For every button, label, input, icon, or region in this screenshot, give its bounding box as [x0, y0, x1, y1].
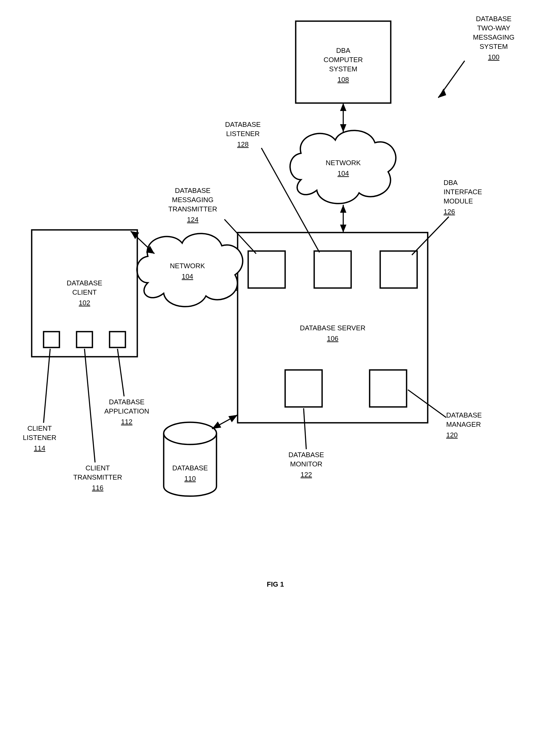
svg-text:CLIENT: CLIENT	[85, 464, 110, 472]
svg-text:COMPUTER: COMPUTER	[324, 56, 363, 64]
svg-text:110: 110	[184, 475, 196, 483]
svg-text:DATABASE: DATABASE	[476, 15, 512, 23]
svg-point-56	[164, 422, 216, 445]
svg-text:114: 114	[34, 444, 45, 452]
svg-marker-16	[340, 225, 347, 233]
svg-text:NETWORK: NETWORK	[326, 159, 361, 167]
db-msg-transmitter-slot	[248, 251, 285, 288]
network-cloud-right: NETWORK 104	[290, 131, 396, 204]
svg-text:120: 120	[446, 431, 458, 439]
database-cylinder: DATABASE 110	[164, 422, 216, 496]
db-manager-label: DATABASE MANAGER 120	[446, 411, 482, 439]
svg-text:CLIENT: CLIENT	[72, 288, 97, 296]
svg-text:128: 128	[237, 140, 248, 148]
svg-text:DATABASE SERVER: DATABASE SERVER	[300, 324, 366, 332]
client-transmitter-label: CLIENT TRANSMITTER 116	[73, 464, 122, 492]
title-label: DATABASE TWO-WAY MESSAGING SYSTEM 100	[473, 15, 514, 61]
db-monitor-slot	[285, 370, 322, 407]
svg-text:MODULE: MODULE	[444, 197, 473, 205]
svg-text:MESSAGING: MESSAGING	[172, 196, 213, 204]
svg-text:DATABASE: DATABASE	[446, 411, 482, 419]
svg-text:INTERFACE: INTERFACE	[444, 188, 482, 196]
diagram-canvas: DATABASE TWO-WAY MESSAGING SYSTEM 100 DB…	[0, 0, 551, 756]
svg-text:APPLICATION: APPLICATION	[104, 407, 149, 415]
svg-text:DBA: DBA	[444, 179, 458, 187]
figure-caption: FIG 1	[266, 580, 284, 588]
db-application-label: DATABASE APPLICATION 112	[104, 398, 149, 426]
svg-text:SYSTEM: SYSTEM	[329, 65, 358, 73]
svg-text:DATABASE: DATABASE	[109, 398, 145, 406]
svg-text:DATABASE: DATABASE	[172, 464, 208, 472]
svg-marker-5	[438, 88, 446, 98]
svg-text:LISTENER: LISTENER	[226, 130, 259, 138]
svg-text:DATABASE: DATABASE	[225, 120, 261, 129]
db-monitor-label: DATABASE MONITOR 122	[289, 451, 324, 479]
svg-text:122: 122	[301, 471, 312, 479]
svg-text:DATABASE: DATABASE	[67, 279, 102, 287]
svg-text:DATABASE: DATABASE	[289, 451, 324, 459]
svg-text:104: 104	[182, 272, 193, 280]
svg-text:124: 124	[187, 216, 198, 224]
client-listener-label: CLIENT LISTENER 114	[23, 424, 56, 452]
db-listener-label: DATABASE LISTENER 128	[225, 120, 261, 148]
svg-text:102: 102	[79, 299, 90, 307]
svg-text:DATABASE: DATABASE	[175, 187, 211, 195]
svg-text:112: 112	[121, 418, 132, 426]
svg-text:104: 104	[338, 169, 349, 177]
svg-text:TRANSMITTER: TRANSMITTER	[73, 473, 122, 481]
svg-marker-60	[228, 415, 237, 422]
network-cloud-left: NETWORK 104	[137, 234, 243, 307]
svg-text:108: 108	[338, 75, 349, 83]
svg-text:SYSTEM: SYSTEM	[480, 42, 508, 50]
db-manager-slot	[370, 370, 407, 407]
svg-text:116: 116	[92, 484, 103, 492]
svg-text:100: 100	[488, 53, 499, 61]
svg-text:MESSAGING: MESSAGING	[473, 33, 514, 41]
svg-text:126: 126	[444, 208, 455, 216]
svg-marker-15	[340, 205, 347, 213]
dba-interface-slot	[380, 251, 417, 288]
client-transmitter-slot	[77, 332, 92, 347]
svg-marker-12	[340, 124, 347, 132]
db-msg-transmitter-label: DATABASE MESSAGING TRANSMITTER 124	[168, 187, 217, 224]
dba-computer-system-box: DBA COMPUTER SYSTEM 108	[296, 21, 391, 103]
svg-text:LISTENER: LISTENER	[23, 434, 56, 442]
svg-text:MANAGER: MANAGER	[446, 421, 481, 428]
dba-interface-label: DBA INTERFACE MODULE 126	[444, 179, 482, 216]
database-server-box: DATABASE SERVER 106	[237, 233, 428, 423]
svg-text:TWO-WAY: TWO-WAY	[477, 24, 510, 32]
svg-text:106: 106	[327, 334, 338, 342]
svg-text:DBA: DBA	[336, 46, 350, 54]
svg-text:NETWORK: NETWORK	[170, 262, 205, 270]
svg-text:MONITOR: MONITOR	[290, 460, 323, 468]
svg-marker-59	[212, 422, 221, 429]
svg-marker-11	[340, 103, 347, 111]
db-listener-slot	[314, 251, 351, 288]
database-client-box: DATABASE CLIENT 102	[32, 230, 137, 357]
svg-text:TRANSMITTER: TRANSMITTER	[168, 205, 217, 213]
client-listener-slot	[44, 332, 59, 347]
db-application-slot	[110, 332, 125, 347]
svg-text:CLIENT: CLIENT	[27, 424, 52, 432]
